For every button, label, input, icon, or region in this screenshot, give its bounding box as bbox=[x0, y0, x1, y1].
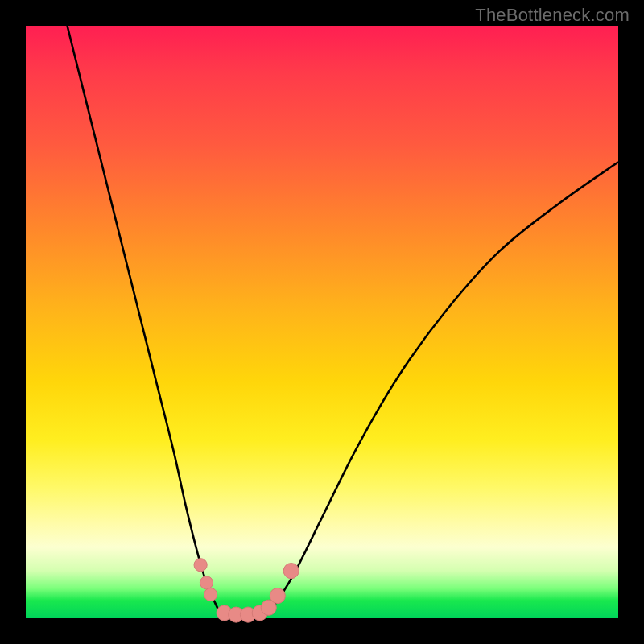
curve-left bbox=[68, 26, 221, 615]
data-marker bbox=[200, 576, 213, 589]
data-marker bbox=[194, 559, 207, 572]
data-marker bbox=[283, 564, 299, 579]
data-marker bbox=[204, 588, 217, 601]
marker-group bbox=[194, 559, 299, 622]
chart-svg bbox=[26, 26, 618, 618]
data-marker bbox=[270, 588, 285, 603]
watermark-text: TheBottleneck.com bbox=[475, 5, 630, 26]
chart-frame: TheBottleneck.com bbox=[0, 0, 644, 644]
curve-right bbox=[269, 162, 618, 613]
plot-area bbox=[26, 26, 618, 618]
